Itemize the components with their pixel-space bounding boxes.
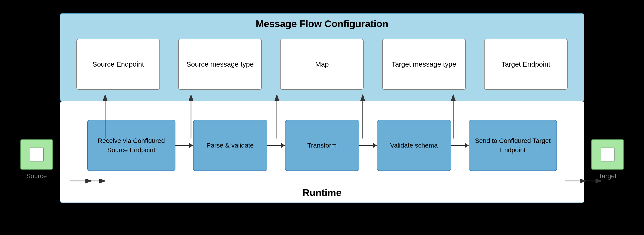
runtime-title: Runtime [67, 187, 577, 198]
arrow-head-3 [373, 143, 377, 148]
diagram-container: Source [20, 13, 624, 222]
runtime-panel: Receive via Configured Source Endpoint P… [60, 101, 584, 203]
arrow-head-1 [189, 143, 193, 148]
runtime-row: Receive via Configured Source Endpoint P… [67, 106, 577, 185]
arrow-line-4 [451, 145, 465, 146]
config-box-target-endpoint: Target Endpoint [484, 39, 568, 90]
source-node: Source [20, 140, 53, 180]
source-label: Source [26, 172, 47, 180]
arrow-line-2 [267, 145, 281, 146]
config-title: Message Flow Configuration [67, 18, 577, 30]
config-box-source-message-type: Source message type [178, 39, 262, 90]
runtime-step-2: Parse & validate [193, 120, 267, 171]
arrow-2 [267, 143, 285, 148]
runtime-step-3: Transform [285, 120, 359, 171]
target-square [591, 140, 624, 170]
config-box-source-endpoint: Source Endpoint [76, 39, 160, 90]
arrow-line-1 [176, 145, 189, 146]
runtime-step-5: Send to Configured Target Endpoint [469, 120, 557, 171]
full-row: Source [20, 13, 624, 203]
config-panel: Message Flow Configuration Source Endpoi… [60, 13, 584, 102]
target-label: Target [598, 172, 616, 180]
arrow-1 [176, 143, 193, 148]
config-box-map: Map [280, 39, 364, 90]
arrow-4 [451, 143, 469, 148]
arrow-head-2 [281, 143, 285, 148]
source-inner [30, 148, 44, 162]
runtime-step-1: Receive via Configured Source Endpoint [87, 120, 176, 171]
target-inner [600, 148, 614, 162]
target-node: Target [591, 140, 624, 180]
source-square [20, 140, 53, 170]
outer-wrapper: Message Flow Configuration Source Endpoi… [60, 13, 584, 203]
arrow-head-4 [465, 143, 469, 148]
arrow-3 [359, 143, 377, 148]
runtime-step-4: Validate schema [377, 120, 451, 171]
config-box-target-message-type: Target message type [382, 39, 466, 90]
arrow-line-3 [359, 145, 373, 146]
config-boxes: Source Endpoint Source message type Map … [67, 36, 577, 92]
